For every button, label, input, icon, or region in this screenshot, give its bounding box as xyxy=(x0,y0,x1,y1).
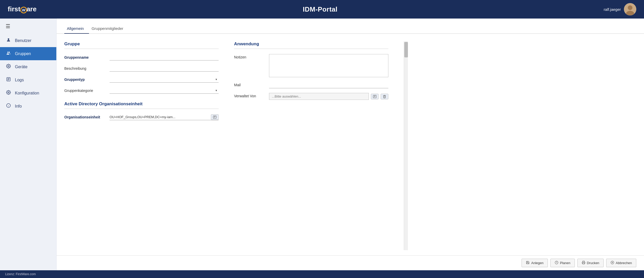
ou-picker-button[interactable] xyxy=(211,114,219,120)
gruppenname-input[interactable] xyxy=(110,54,219,60)
gruppentyp-select-wrapper: Sicherheitsgruppe Verteilergruppe ▼ xyxy=(110,76,219,83)
notizen-row: Notizen xyxy=(234,54,388,77)
groups-icon xyxy=(6,51,11,57)
logs-icon xyxy=(6,77,11,83)
gruppenkategorie-label: Gruppenkategorie xyxy=(64,89,105,93)
gruppenname-label: Gruppenname xyxy=(64,55,105,59)
notizen-label: Notizen xyxy=(234,54,265,59)
svg-point-1 xyxy=(628,5,632,10)
anwendung-section-title: Anwendung xyxy=(234,41,388,49)
abbrechen-label: Abbrechen xyxy=(616,261,632,265)
main-container: ☰ Benutzer Gruppen Geräte Logs xyxy=(0,19,644,270)
drucken-button[interactable]: Drucken xyxy=(577,259,604,267)
logo-text: firstware xyxy=(8,5,37,13)
verwaltet-von-wrapper xyxy=(269,93,388,100)
page-title: IDM-Portal xyxy=(303,5,337,13)
header-user: ralf.jaeger xyxy=(604,3,636,15)
hamburger-menu-icon[interactable]: ☰ xyxy=(0,19,56,34)
sidebar-label-logs: Logs xyxy=(15,78,24,82)
license-text: Lizenz: FirstWare.com xyxy=(5,272,36,276)
sidebar-item-benutzer[interactable]: Benutzer xyxy=(0,34,56,47)
content-area: Allgemein Gruppenmitglieder Gruppe Grupp… xyxy=(57,19,644,270)
gruppentyp-label: Gruppentyp xyxy=(64,77,105,82)
sidebar: ☰ Benutzer Gruppen Geräte Logs xyxy=(0,19,57,270)
footer: Lizenz: FirstWare.com xyxy=(0,270,644,278)
svg-point-11 xyxy=(8,92,9,93)
logo: firstware xyxy=(8,5,37,13)
mail-input[interactable] xyxy=(269,82,388,88)
gruppentyp-select[interactable]: Sicherheitsgruppe Verteilergruppe xyxy=(110,76,219,82)
beschreibung-row: Beschreibung xyxy=(64,65,219,72)
organisationseinheit-input[interactable] xyxy=(110,114,209,120)
user-icon xyxy=(6,38,11,44)
gruppenkategorie-select[interactable]: Global Domänenlokal Universal xyxy=(110,87,219,93)
save-icon xyxy=(526,261,530,265)
gruppenkategorie-select-wrapper: Global Domänenlokal Universal ▼ xyxy=(110,87,219,94)
gruppe-section-title: Gruppe xyxy=(64,41,219,49)
ou-input-wrapper xyxy=(110,114,219,120)
clock-icon xyxy=(555,261,558,265)
drucken-label: Drucken xyxy=(587,261,599,265)
scrollbar-thumb[interactable] xyxy=(404,42,408,57)
sidebar-item-geraete[interactable]: Geräte xyxy=(0,60,56,73)
info-icon xyxy=(6,103,11,109)
svg-point-3 xyxy=(8,38,9,40)
cancel-icon xyxy=(611,261,614,265)
tab-allgemein[interactable]: Allgemein xyxy=(64,24,89,34)
sidebar-item-logs[interactable]: Logs xyxy=(0,73,56,86)
verwaltet-von-label: Verwaltet Von xyxy=(234,93,265,98)
sidebar-label-konfiguration: Konfiguration xyxy=(15,91,39,95)
sidebar-item-info[interactable]: Info xyxy=(0,100,56,113)
anlegen-label: Anlegen xyxy=(531,261,543,265)
sidebar-item-gruppen[interactable]: Gruppen xyxy=(0,47,56,60)
form-area: Gruppe Gruppenname Beschreibung Gruppent… xyxy=(57,34,644,255)
sidebar-label-gruppen: Gruppen xyxy=(15,51,31,56)
planen-label: Planen xyxy=(560,261,570,265)
organisationseinheit-row: Organisationseinheit xyxy=(64,114,219,120)
gruppentyp-row: Gruppentyp Sicherheitsgruppe Verteilergr… xyxy=(64,76,219,83)
sidebar-label-benutzer: Benutzer xyxy=(15,38,31,43)
avatar xyxy=(624,3,636,15)
svg-point-5 xyxy=(9,52,10,53)
gruppenname-row: Gruppenname xyxy=(64,54,219,60)
verwaltet-von-input[interactable] xyxy=(269,93,369,100)
beschreibung-input[interactable] xyxy=(110,65,219,72)
form-right: Anwendung Notizen Mail Verwaltet Von xyxy=(234,41,388,250)
verwaltet-von-delete-button[interactable] xyxy=(381,94,388,99)
scrollbar[interactable] xyxy=(404,41,408,250)
abbrechen-button[interactable]: Abbrechen xyxy=(606,259,636,267)
gear-icon xyxy=(6,64,11,70)
svg-point-4 xyxy=(7,52,9,53)
sidebar-label-info: Info xyxy=(15,104,22,109)
form-left: Gruppe Gruppenname Beschreibung Gruppent… xyxy=(64,41,219,250)
verwaltet-von-picker-button[interactable] xyxy=(371,94,379,99)
print-icon xyxy=(582,261,585,265)
ad-section-title: Active Directory Organisationseinheit xyxy=(64,101,219,109)
header: firstware IDM-Portal ralf.jaeger xyxy=(0,0,644,19)
planen-button[interactable]: Planen xyxy=(550,259,575,267)
mail-row: Mail xyxy=(234,82,388,88)
verwaltet-von-row: Verwaltet Von xyxy=(234,93,388,100)
svg-point-6 xyxy=(8,66,9,67)
sidebar-label-geraete: Geräte xyxy=(15,65,28,69)
svg-rect-24 xyxy=(583,263,584,264)
beschreibung-label: Beschreibung xyxy=(64,66,105,71)
config-icon xyxy=(6,90,11,96)
mail-label: Mail xyxy=(234,82,265,87)
tabs-bar: Allgemein Gruppenmitglieder xyxy=(57,24,644,34)
gruppenkategorie-row: Gruppenkategorie Global Domänenlokal Uni… xyxy=(64,87,219,94)
username-label: ralf.jaeger xyxy=(604,7,621,12)
anlegen-button[interactable]: Anlegen xyxy=(522,259,548,267)
notizen-textarea[interactable] xyxy=(269,54,388,77)
logo-circle-icon: w xyxy=(20,7,27,13)
sidebar-item-konfiguration[interactable]: Konfiguration xyxy=(0,86,56,100)
action-bar: Anlegen Planen Drucken Abbrechen xyxy=(57,255,644,270)
tab-gruppenmitglieder[interactable]: Gruppenmitglieder xyxy=(89,24,128,34)
organisationseinheit-label: Organisationseinheit xyxy=(64,115,105,119)
